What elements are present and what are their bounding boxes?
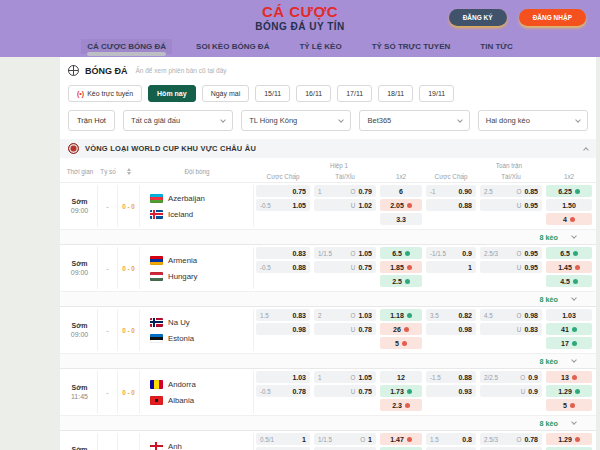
1x2-odds-cell[interactable]: 1.29 [546, 385, 592, 397]
over-under-odds-cell[interactable]: U0.75 [314, 385, 376, 397]
1x2-odds-cell[interactable]: 1.45 [546, 261, 592, 273]
nav-item[interactable]: SOI KÈO BÓNG ĐÁ [190, 39, 275, 54]
1x2-odds-cell[interactable]: 5 [546, 399, 592, 411]
date-filter-chip[interactable]: 16/11 [296, 85, 331, 102]
handicap-odds-cell[interactable]: 0.83 [256, 247, 310, 259]
handicap-odds-cell[interactable]: 0.5/11 [256, 433, 310, 445]
handicap-odds-cell[interactable]: 0.75 [256, 185, 310, 197]
1x2-odds-cell[interactable]: 1.47 [380, 433, 422, 445]
over-under-odds-cell[interactable]: 2O1.03 [314, 309, 376, 321]
handicap-odds-cell[interactable]: -0.51.05 [256, 199, 310, 211]
over-under-odds-cell[interactable]: 2/2.5O0.9 [480, 371, 542, 383]
team-row[interactable]: Albania [150, 396, 253, 405]
nav-item[interactable]: TIN TỨC [474, 39, 518, 54]
1x2-odds-cell[interactable]: 4 [546, 213, 592, 225]
handicap-odds-cell[interactable]: 1.50.8 [426, 433, 476, 445]
handicap-odds-cell[interactable]: 1.50.83 [256, 309, 310, 321]
more-odds-expander[interactable]: 8 kèo [60, 415, 596, 431]
date-filter-chip[interactable]: (•)Kèo trực tuyến [68, 85, 142, 102]
filter-select[interactable]: TL Hồng Kông [241, 110, 351, 131]
1x2-odds-cell[interactable]: 6.5 [546, 247, 592, 259]
nav-item[interactable]: TỶ SỐ TRỰC TUYẾN [366, 39, 457, 54]
1x2-odds-cell[interactable]: 6.5 [380, 247, 422, 259]
more-odds-expander[interactable]: 8 kèo [60, 291, 596, 307]
1x2-odds-cell[interactable]: 1.73 [380, 385, 422, 397]
1x2-odds-cell[interactable]: 26 [380, 323, 422, 335]
over-under-odds-cell[interactable]: 1O1.05 [314, 371, 376, 383]
hot-matches-button[interactable]: Trận Hot [68, 110, 115, 131]
date-filter-chip[interactable]: 19/11 [419, 85, 454, 102]
handicap-odds-cell[interactable]: -1.50.88 [426, 371, 476, 383]
over-under-odds-cell[interactable]: 2.5/3O0.95 [480, 247, 542, 259]
over-under-odds-cell[interactable]: 2.5O0.85 [480, 185, 542, 197]
handicap-odds-cell[interactable]: -10.90 [426, 185, 476, 197]
1x2-odds-cell[interactable]: 5 [380, 337, 422, 349]
date-filter-chip[interactable]: 18/11 [378, 85, 413, 102]
handicap-odds-cell[interactable]: 0.93 [426, 385, 476, 397]
sports-subtitle[interactable]: Ấn để xem phiên bản cũ tại đây [136, 67, 227, 74]
match-time: Sớm09:00 [62, 309, 98, 351]
handicap-odds-cell[interactable]: 1.03 [256, 371, 310, 383]
handicap-odds-cell[interactable]: 3.50.82 [426, 309, 476, 321]
sort-icon[interactable] [118, 168, 140, 175]
over-under-odds-cell[interactable]: U0.9 [480, 385, 542, 397]
team-row[interactable]: Estonia [150, 334, 253, 343]
1x2-odds-cell[interactable]: 1.50 [546, 199, 592, 211]
1x2-odds-cell[interactable]: 3.3 [380, 213, 422, 225]
over-under-odds-cell[interactable]: U0.95 [480, 199, 542, 211]
handicap-odds-cell[interactable]: -0.50.88 [256, 261, 310, 273]
1x2-odds-cell[interactable]: 6.25 [546, 185, 592, 197]
over-under-odds-cell[interactable]: 2.5/3O0.78 [480, 433, 542, 445]
team-row[interactable]: Hungary [150, 272, 253, 281]
register-button[interactable]: ĐĂNG KÝ [449, 9, 507, 26]
date-filter-chip[interactable]: 15/11 [255, 85, 290, 102]
team-row[interactable]: Andorra [150, 380, 253, 389]
1x2-odds-cell[interactable]: 13 [546, 371, 592, 383]
handicap-odds-cell[interactable]: 1 [426, 261, 476, 273]
1x2-odds-cell[interactable]: 41 [546, 323, 592, 335]
1x2-odds-cell[interactable]: 12 [380, 371, 422, 383]
over-under-odds-cell[interactable]: U0.78 [314, 323, 376, 335]
over-under-odds-cell[interactable]: U0.83 [480, 323, 542, 335]
1x2-odds-cell[interactable]: 1.03 [546, 309, 592, 321]
1x2-odds-cell[interactable]: 2.3 [380, 399, 422, 411]
over-under-odds-cell[interactable]: 4.5O0.98 [480, 309, 542, 321]
filter-select[interactable]: Bet365 [359, 110, 469, 131]
1x2-odds-cell[interactable]: 2.05 [380, 199, 422, 211]
nav-item[interactable]: CÁ CƯỢC BÓNG ĐÁ [81, 39, 172, 54]
filter-select[interactable]: Hai dòng kèo [478, 110, 588, 131]
login-button[interactable]: ĐĂNG NHẬP [519, 9, 586, 26]
1x2-odds-cell[interactable]: 6 [380, 185, 422, 197]
handicap-odds-cell[interactable]: 0.98 [426, 323, 476, 335]
more-odds-expander[interactable]: 8 kèo [60, 229, 596, 245]
over-under-odds-cell[interactable]: U1.02 [314, 199, 376, 211]
1x2-odds-cell[interactable]: 2.5 [380, 275, 422, 287]
1x2-odds-cell[interactable]: 1.29 [546, 433, 592, 445]
team-row[interactable]: Na Uy [150, 318, 253, 327]
handicap-odds-cell[interactable]: -0.50.78 [256, 385, 310, 397]
1x2-odds-cell[interactable]: 1.85 [380, 261, 422, 273]
nav-item[interactable]: TỶ LỆ KÈO [293, 39, 347, 54]
1x2-odds-cell[interactable]: 4.5 [546, 275, 592, 287]
more-odds-expander[interactable]: 8 kèo [60, 353, 596, 369]
league-header[interactable]: VÒNG LOẠI WORLD CUP KHU VỰC CHÂU ÂU [60, 139, 596, 158]
team-row[interactable]: Iceland [150, 210, 253, 219]
collapse-icon[interactable] [583, 147, 589, 153]
over-under-odds-cell[interactable]: 1O0.79 [314, 185, 376, 197]
team-row[interactable]: Azerbaijan [150, 194, 253, 203]
handicap-odds-cell[interactable]: 0.88 [426, 199, 476, 211]
handicap-odds-cell[interactable]: -1/1.50.9 [426, 247, 476, 259]
1x2-odds-cell[interactable]: 17 [546, 337, 592, 349]
over-under-odds-cell[interactable]: U0.95 [480, 261, 542, 273]
over-under-odds-cell[interactable]: 1/1.5O1.05 [314, 247, 376, 259]
1x2-odds-cell[interactable]: 1.18 [380, 309, 422, 321]
filter-select[interactable]: Tất cả giải đấu [123, 110, 233, 131]
date-filter-chip[interactable]: Ngày mai [202, 85, 250, 102]
team-row[interactable]: Anh [150, 442, 253, 450]
date-filter-chip[interactable]: 17/11 [337, 85, 372, 102]
over-under-odds-cell[interactable]: 1/1.5O1 [314, 433, 376, 445]
team-row[interactable]: Armenia [150, 256, 253, 265]
date-filter-chip[interactable]: Hôm nay [148, 85, 196, 102]
over-under-odds-cell[interactable]: U0.75 [314, 261, 376, 273]
handicap-odds-cell[interactable]: 0.98 [256, 323, 310, 335]
